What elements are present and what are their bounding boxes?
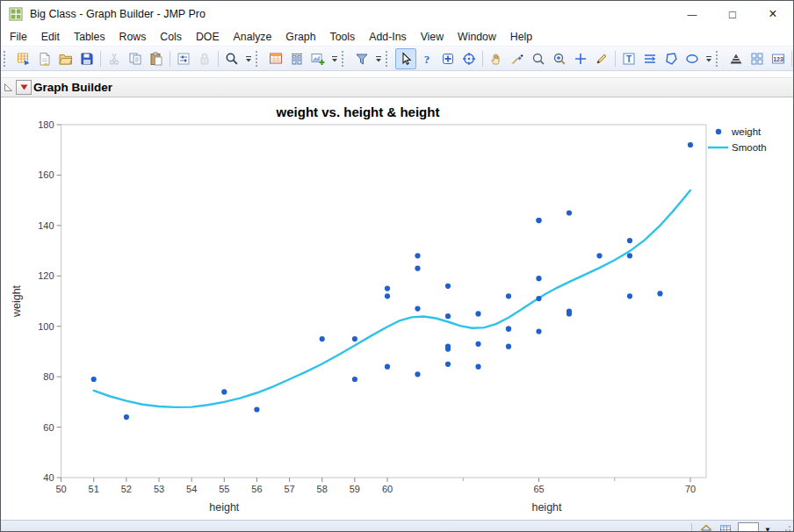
scatter-point[interactable] — [415, 306, 420, 312]
pyramid-toolbar-icon[interactable] — [725, 48, 747, 69]
resize-grip[interactable] — [780, 524, 791, 532]
hand-toolbar-icon[interactable] — [486, 48, 507, 69]
menu-edit[interactable]: Edit — [34, 29, 67, 45]
save-toolbar-icon[interactable] — [76, 48, 97, 69]
scatter-point[interactable] — [506, 327, 511, 332]
toolbar-grip[interactable] — [256, 51, 262, 67]
columns-toolbar-icon[interactable] — [286, 48, 307, 69]
move-toolbar-icon[interactable] — [437, 48, 458, 69]
minimize-button[interactable]: — — [672, 1, 712, 27]
open-toolbar-icon[interactable] — [55, 48, 76, 69]
search-toolbar-icon[interactable] — [221, 48, 242, 69]
arrow-toolbar-icon[interactable] — [395, 48, 416, 69]
menu-window[interactable]: Window — [451, 29, 503, 45]
scatter-point[interactable] — [536, 296, 541, 301]
new-graph-toolbar-icon[interactable] — [307, 48, 328, 69]
scatter-point[interactable] — [385, 364, 390, 370]
scatter-point[interactable] — [596, 253, 602, 258]
red-triangle-menu-button[interactable] — [16, 80, 32, 95]
scatter-point[interactable] — [385, 286, 390, 291]
legend-label[interactable]: Smooth — [732, 142, 767, 153]
scatter-point[interactable] — [320, 336, 325, 341]
scatter-point[interactable] — [536, 218, 541, 223]
toolbar-grip[interactable] — [716, 51, 722, 67]
scatter-point[interactable] — [567, 210, 572, 215]
scatter-point[interactable] — [475, 311, 480, 316]
scatter-point[interactable] — [536, 328, 541, 334]
home-status-icon[interactable] — [697, 522, 715, 532]
chart-title[interactable]: weight vs. height & height — [276, 104, 440, 119]
scatter-point[interactable] — [627, 238, 632, 243]
preferences-toolbar-icon[interactable] — [173, 48, 194, 69]
text-toolbar-icon[interactable]: T — [618, 48, 639, 69]
scatter-point[interactable] — [536, 276, 541, 281]
scatter-point[interactable] — [688, 142, 693, 147]
scatter-point[interactable] — [475, 364, 480, 370]
scatter-point[interactable] — [567, 308, 572, 313]
maximize-button[interactable]: □ — [712, 1, 753, 27]
menu-analyze[interactable]: Analyze — [227, 29, 279, 45]
menu-tools[interactable]: Tools — [323, 29, 363, 45]
cut-toolbar-icon[interactable] — [104, 48, 125, 69]
menu-graph[interactable]: Graph — [278, 29, 322, 45]
pencil-toolbar-icon[interactable] — [591, 48, 612, 69]
scatter-point[interactable] — [627, 253, 632, 258]
filter-toolbar-icon[interactable] — [351, 48, 372, 69]
toolbar-overflow-caret-icon[interactable] — [328, 49, 340, 68]
scatter-point[interactable] — [506, 344, 511, 349]
disclosure-triangle-icon[interactable] — [4, 83, 13, 92]
menu-file[interactable]: File — [3, 29, 34, 45]
scatter-point[interactable] — [445, 313, 451, 319]
x-axis-label[interactable]: height — [209, 501, 240, 514]
scatter-point[interactable] — [445, 284, 451, 289]
toolbar-grip[interactable] — [342, 51, 348, 67]
magnifier-toolbar-icon[interactable] — [528, 48, 549, 69]
menu-view[interactable]: View — [414, 29, 451, 45]
legend-label[interactable]: weight — [731, 126, 762, 137]
new-journal-toolbar-icon[interactable] — [34, 48, 55, 69]
scatter-point[interactable] — [352, 336, 357, 341]
menu-doe[interactable]: DOE — [189, 29, 227, 45]
table-edit-status-icon[interactable] — [718, 522, 735, 532]
scatter-point[interactable] — [221, 389, 227, 394]
lines-toolbar-icon[interactable] — [639, 48, 660, 69]
scatter-point[interactable] — [475, 341, 480, 347]
oval-toolbar-icon[interactable] — [682, 48, 703, 69]
copy-toolbar-icon[interactable] — [125, 48, 146, 69]
scatter-point[interactable] — [415, 253, 420, 258]
scatter-point[interactable] — [385, 293, 390, 298]
polygon-toolbar-icon[interactable] — [660, 48, 682, 69]
brush-toolbar-icon[interactable] — [507, 48, 528, 69]
status-caret-down-icon[interactable]: ▼ — [762, 526, 774, 532]
data-table-toolbar-icon[interactable] — [265, 48, 286, 69]
toolbar-grip[interactable] — [386, 51, 392, 67]
graph-builder-canvas[interactable]: 406080100120140160180weight5051525354555… — [1, 97, 793, 516]
scatter-point[interactable] — [506, 293, 511, 298]
close-button[interactable]: × — [753, 1, 793, 27]
scatter-point[interactable] — [627, 293, 632, 298]
toolbar-overflow-caret-icon[interactable] — [372, 49, 384, 68]
scatter-point[interactable] — [124, 414, 129, 420]
zoom-toolbar-icon[interactable] — [549, 48, 570, 69]
scatter-point[interactable] — [415, 371, 420, 377]
help-toolbar-icon[interactable]: ? — [416, 48, 437, 69]
toolbar-grip[interactable] — [4, 51, 10, 67]
toolbar-overflow-caret-icon[interactable] — [242, 49, 254, 68]
x-axis-label[interactable]: height — [531, 501, 562, 514]
menu-tables[interactable]: Tables — [67, 29, 112, 45]
calc-123-toolbar-icon[interactable]: 123 — [768, 48, 789, 69]
scatter-point[interactable] — [352, 377, 357, 382]
color-swatch[interactable] — [738, 522, 759, 532]
scatter-point[interactable] — [445, 344, 451, 349]
target-toolbar-icon[interactable] — [458, 48, 480, 69]
scatter-point[interactable] — [415, 266, 420, 271]
scatter-point[interactable] — [657, 291, 662, 296]
paste-toolbar-icon[interactable] — [146, 48, 167, 69]
menu-addins[interactable]: Add-Ins — [362, 29, 413, 45]
menu-help[interactable]: Help — [503, 29, 539, 45]
new-data-table-toolbar-icon[interactable] — [13, 48, 34, 69]
menu-rows[interactable]: Rows — [112, 29, 154, 45]
menu-cols[interactable]: Cols — [153, 29, 189, 45]
lock-toolbar-icon[interactable] — [194, 48, 215, 69]
legend-marker-dot[interactable] — [716, 129, 721, 134]
